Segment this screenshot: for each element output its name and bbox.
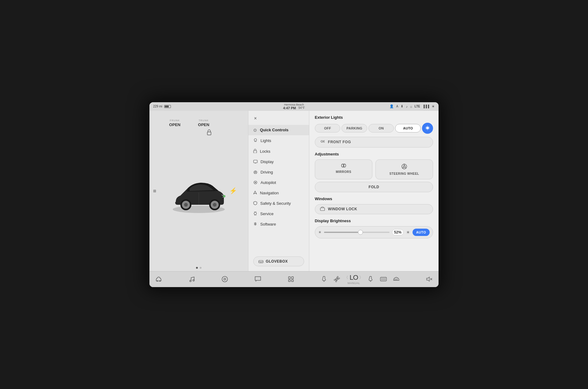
front-defrost-button[interactable] (391, 276, 402, 282)
bottom-apps-button[interactable] (285, 276, 296, 282)
brightness-auto-button[interactable]: AUTO (413, 229, 430, 236)
svg-rect-14 (254, 151, 257, 153)
svg-point-45 (157, 280, 158, 282)
autopilot-icon (253, 180, 258, 185)
glovebox-icon (258, 260, 263, 263)
volume-button[interactable] (424, 276, 435, 282)
menu-label-lights: Lights (261, 138, 271, 143)
right-panel: Exterior Lights OFF PARKING ON AUTO (309, 111, 439, 271)
fold-button[interactable]: FOLD (315, 182, 433, 192)
svg-point-50 (224, 278, 226, 280)
home-icon: ⌂ (410, 105, 412, 108)
charge-icon: ⚡ (229, 187, 237, 194)
frunk-status: OPEN (169, 122, 180, 127)
menu-label-service: Service (260, 211, 273, 216)
menu-item-autopilot[interactable]: Autopilot (248, 178, 309, 188)
brightness-track[interactable] (324, 232, 390, 233)
svg-point-18 (255, 172, 256, 173)
windows-title: Windows (315, 196, 433, 201)
svg-point-49 (222, 276, 228, 282)
svg-rect-58 (380, 277, 386, 281)
quick-controls-panel: × ⊙ Quick Controls Lights Locks (248, 111, 309, 271)
bottom-music-button[interactable] (186, 276, 197, 282)
window-lock-row[interactable]: WINDOW LOCK (315, 204, 433, 214)
frunk-info: FRUNK OPEN (169, 117, 180, 127)
menu-item-navigation[interactable]: Navigation (248, 188, 309, 198)
adjustments-section: Adjustments MIRRORS STEERING (315, 152, 433, 196)
svg-rect-52 (292, 277, 293, 279)
window-lock-icon (320, 207, 325, 212)
svg-line-32 (429, 129, 429, 129)
brightness-status-icon: ☀ (432, 104, 435, 109)
lights-off-button[interactable]: OFF (315, 124, 341, 133)
mirrors-button[interactable]: MIRRORS (315, 159, 372, 179)
menu-item-safety[interactable]: Safety & Security (248, 198, 309, 209)
brightness-high-icon: ☀ (406, 230, 410, 235)
fog-light-icon (320, 139, 325, 145)
fan-button[interactable] (331, 276, 342, 282)
brightness-thumb[interactable] (358, 230, 363, 235)
bottom-car-button[interactable] (153, 276, 164, 282)
seat-heat-left-button[interactable] (318, 276, 330, 282)
menu-item-quick-controls[interactable]: ⊙ Quick Controls (248, 125, 309, 135)
lights-active-icon-button[interactable] (422, 123, 433, 134)
download-icon: ⬇ (401, 104, 403, 108)
climate-mode-label: MANUAL (348, 282, 360, 285)
bottom-bar: 〈 LO 〉 MANUAL (149, 271, 439, 287)
steering-wheel-button[interactable]: STEERING WHEEL (375, 159, 433, 179)
climate-temp-control: 〈 LO 〉 MANUAL (344, 274, 363, 285)
car-illustration: ⚡ (165, 171, 232, 220)
safety-icon (253, 201, 257, 206)
brightness-low-icon: ☀ (318, 230, 322, 234)
menu-label-navigation: Navigation (260, 191, 279, 195)
menu-label-display: Display (261, 159, 274, 164)
temp-decrease-button[interactable]: 〈 (344, 275, 348, 280)
trunk-label: TRUNK (199, 119, 209, 122)
svg-line-42 (402, 167, 403, 168)
svg-line-36 (323, 140, 325, 141)
svg-line-33 (429, 127, 429, 127)
lights-parking-button[interactable]: PARKING (341, 124, 367, 133)
status-bar-center: Hermosa Beach 4:47 PM 94°F (283, 103, 305, 110)
menu-item-software[interactable]: Software (248, 219, 309, 230)
rear-defrost-button[interactable] (378, 276, 389, 282)
status-bar: 229 mi Hermosa Beach 4:47 PM 94°F 👤 A ⬇ … (149, 102, 439, 111)
svg-point-9 (223, 195, 225, 197)
svg-point-26 (426, 127, 429, 129)
menu-item-display[interactable]: Display (248, 157, 309, 167)
svg-line-34 (426, 129, 427, 129)
bottom-media-button[interactable] (219, 276, 230, 282)
menu-item-lights[interactable]: Lights (248, 135, 309, 146)
menu-label-autopilot: Autopilot (261, 180, 276, 185)
bottom-messages-button[interactable] (252, 276, 263, 282)
lights-button-row: OFF PARKING ON AUTO (315, 123, 433, 134)
close-button[interactable]: × (251, 114, 259, 122)
brightness-fill (324, 232, 358, 233)
car-view: ⊞ TRUNK OPEN FRUNK OPEN (149, 111, 248, 271)
climate-section: 〈 LO 〉 MANUAL (318, 274, 401, 285)
climate-temperature: LO (349, 274, 358, 282)
lights-on-button[interactable]: ON (368, 124, 394, 133)
display-icon (253, 159, 258, 164)
quick-controls-icon: ⊙ (253, 128, 257, 133)
screen-bezel: 229 mi Hermosa Beach 4:47 PM 94°F 👤 A ⬇ … (147, 100, 441, 290)
glovebox-button[interactable]: GLOVEBOX (253, 256, 304, 266)
seat-heat-right-button[interactable] (365, 276, 376, 282)
temp-increase-button[interactable]: 〉 (359, 275, 363, 280)
svg-rect-54 (292, 280, 293, 282)
svg-point-48 (193, 280, 194, 281)
lights-auto-button[interactable]: AUTO (395, 124, 421, 133)
svg-point-35 (321, 140, 323, 142)
menu-item-locks[interactable]: Locks (248, 146, 309, 157)
menu-item-service[interactable]: Service (248, 209, 309, 219)
window-lock-label: WINDOW LOCK (328, 207, 357, 211)
service-icon (253, 211, 257, 216)
status-bar-right: 👤 A ⬇ ♪ ⌂ LTE ▐▐▐ ☀ (390, 104, 435, 109)
exterior-lights-title: Exterior Lights (315, 115, 433, 120)
menu-item-driving[interactable]: Driving (248, 167, 309, 178)
svg-point-7 (213, 203, 217, 207)
front-fog-row[interactable]: FRONT FOG (315, 137, 433, 148)
battery-fill (165, 106, 169, 107)
signal-bars-icon: ▐▐▐ (423, 105, 429, 108)
svg-line-12 (256, 141, 256, 142)
